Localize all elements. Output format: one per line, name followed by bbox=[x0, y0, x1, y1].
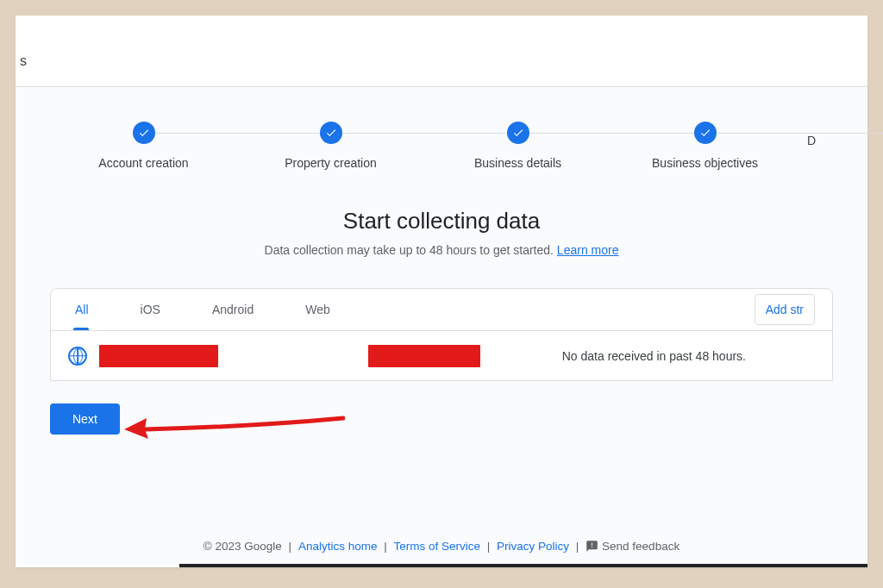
step-label: Business objectives bbox=[652, 156, 758, 170]
page-subtitle: Data collection may take up to 48 hours … bbox=[50, 243, 833, 257]
redacted-stream-url bbox=[368, 345, 480, 367]
stream-tabs: All iOS Android Web Add str bbox=[51, 289, 832, 330]
add-stream-button[interactable]: Add str bbox=[755, 294, 815, 325]
bottom-strip bbox=[179, 564, 867, 567]
footer-copyright: © 2023 Google bbox=[204, 540, 282, 553]
page-title: Start collecting data bbox=[50, 208, 833, 235]
stepper: Account creation Property creation Busin… bbox=[50, 122, 833, 201]
check-icon bbox=[320, 122, 342, 144]
tab-all[interactable]: All bbox=[68, 289, 96, 330]
next-button[interactable]: Next bbox=[50, 403, 120, 435]
step-label: Property creation bbox=[285, 156, 377, 170]
footer: © 2023 Google | Analytics home | Terms o… bbox=[16, 540, 867, 555]
tab-ios[interactable]: iOS bbox=[134, 289, 167, 330]
topbar-fragment: s bbox=[20, 53, 27, 69]
footer-terms-link[interactable]: Terms of Service bbox=[393, 540, 480, 553]
stream-status: No data received in past 48 hours. bbox=[562, 349, 746, 363]
check-icon bbox=[507, 122, 529, 144]
data-streams-card: All iOS Android Web Add str No data rece… bbox=[50, 288, 833, 381]
check-icon bbox=[694, 122, 717, 144]
window-surface: s Account creation Property creation bbox=[16, 16, 867, 567]
content-area: Account creation Property creation Busin… bbox=[16, 86, 867, 564]
step-account-creation: Account creation bbox=[50, 122, 237, 170]
redacted-stream-name bbox=[99, 345, 218, 367]
subtitle-text: Data collection may take up to 48 hours … bbox=[265, 243, 557, 257]
tab-web[interactable]: Web bbox=[298, 289, 337, 330]
footer-analytics-home-link[interactable]: Analytics home bbox=[298, 540, 378, 553]
check-icon bbox=[133, 122, 155, 144]
footer-feedback-link[interactable]: Send feedback bbox=[602, 540, 679, 553]
stream-row[interactable]: No data received in past 48 hours. bbox=[51, 330, 832, 380]
step-label: Business details bbox=[474, 156, 561, 170]
step-business-details: Business details bbox=[424, 122, 611, 170]
tab-android[interactable]: Android bbox=[205, 289, 260, 330]
step-label: D bbox=[807, 134, 816, 147]
learn-more-link[interactable]: Learn more bbox=[557, 243, 619, 257]
feedback-icon bbox=[586, 540, 598, 555]
step-business-objectives: Business objectives bbox=[611, 122, 798, 170]
footer-privacy-link[interactable]: Privacy Policy bbox=[497, 540, 569, 553]
step-property-creation: Property creation bbox=[237, 122, 424, 170]
topbar: s bbox=[16, 16, 867, 86]
step-data-collection-partial: D bbox=[798, 122, 833, 147]
web-icon bbox=[68, 347, 87, 366]
step-label: Account creation bbox=[98, 156, 188, 170]
